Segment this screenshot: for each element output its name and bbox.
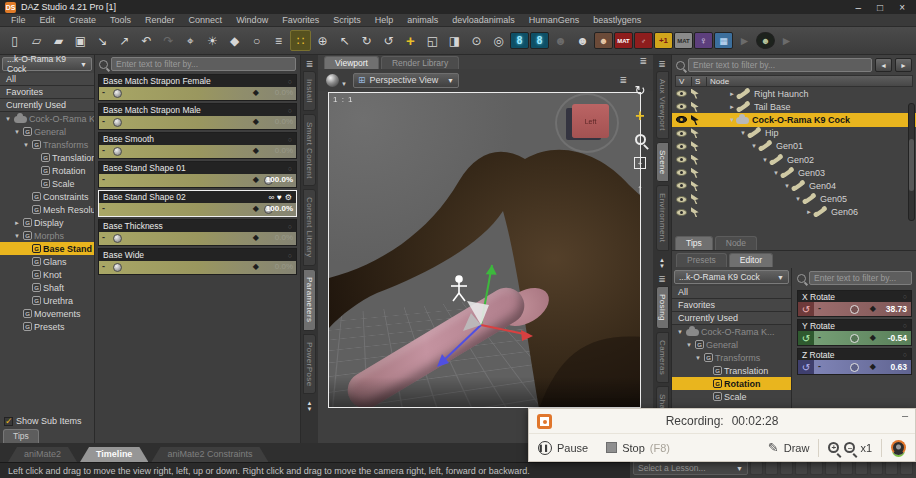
slider-handle[interactable] — [850, 363, 859, 372]
translate-manipulator[interactable] — [421, 243, 541, 373]
visibility-eye-icon[interactable] — [676, 169, 687, 176]
menu-window[interactable]: Window — [229, 15, 275, 25]
tree-item-urethra[interactable]: GUrethra — [0, 294, 94, 307]
figure-ghost-icon[interactable]: ☻ — [550, 30, 571, 51]
export-icon[interactable]: ↗ — [114, 30, 135, 51]
scene-scrollbar[interactable] — [908, 103, 915, 221]
param-slider-base-match-strapon-male[interactable]: Base Match Strapon Male○-◆0.0% — [98, 103, 297, 130]
scroll-arrows[interactable]: ▲▼ — [659, 257, 665, 269]
portrait-preset-icon[interactable]: ☻ — [594, 32, 613, 49]
param-slider-base-wide[interactable]: Base Wide○-◆0.0% — [98, 248, 297, 275]
expand-arrow-icon[interactable]: ▼ — [685, 342, 693, 348]
pane-tab-environment[interactable]: Environment — [656, 185, 669, 250]
param-slider-base-smooth[interactable]: Base Smooth○-◆0.0% — [98, 132, 297, 159]
param-slider-base-thickness[interactable]: Base Thickness○-◆0.0% — [98, 219, 297, 246]
favorite-dot-icon[interactable]: ○ — [288, 223, 292, 230]
scene-node-gen02[interactable]: ▼Gen02 — [672, 153, 916, 166]
node-selector-dropdown[interactable]: ...k-O-Rama K9 Cock ▼ — [674, 270, 789, 284]
render-monitor-1-icon[interactable]: 8 — [510, 32, 529, 49]
decrement-icon[interactable]: - — [102, 174, 105, 184]
timeline-frame-button[interactable] — [885, 461, 898, 475]
rotate-slider-x-rotate[interactable]: X Rotate○↺-◆38.73 — [797, 290, 912, 317]
more-presets-1-icon[interactable]: ► — [734, 30, 755, 51]
tab-node[interactable]: Node — [715, 236, 757, 250]
favorite-dot-icon[interactable]: ○ — [288, 107, 292, 114]
expand-arrow-icon[interactable]: ▼ — [13, 129, 21, 135]
expand-arrow-icon[interactable]: ▼ — [728, 117, 736, 123]
decrement-icon[interactable]: - — [102, 87, 105, 97]
viewport-options-icon[interactable]: ≣ — [619, 75, 627, 85]
zoom-icon[interactable] — [635, 134, 646, 145]
selectable-cursor-icon[interactable] — [691, 181, 700, 191]
zoom-in-icon[interactable]: + — [828, 442, 839, 453]
scene-node-gen06[interactable]: ►Gen06 — [672, 206, 916, 219]
male-preset-icon[interactable]: ♂ — [634, 32, 653, 49]
pane-tab-content-library[interactable]: Content Library — [303, 189, 316, 266]
close-button[interactable]: × — [899, 2, 905, 13]
stop-button[interactable]: Stop — [622, 442, 645, 454]
create-light-icon[interactable]: ☀ — [202, 30, 223, 51]
pane-tab-parameters[interactable]: Parameters — [303, 269, 316, 330]
stop-icon[interactable] — [606, 442, 617, 453]
tab-editor[interactable]: Editor — [729, 253, 773, 267]
tree-item-mesh-resolution[interactable]: GMesh Resolution — [0, 203, 94, 216]
selectable-cursor-icon[interactable] — [691, 141, 700, 151]
visibility-eye-icon[interactable] — [676, 116, 687, 123]
next-selection-button[interactable]: ► — [895, 58, 912, 72]
selectable-cursor-icon[interactable] — [691, 89, 700, 99]
favorite-dot-icon[interactable]: ○ — [903, 322, 907, 329]
pane-tab-posing[interactable]: Posing — [656, 286, 669, 329]
tree-item-display[interactable]: ►GDisplay — [0, 216, 94, 229]
pane-tab-cameras[interactable]: Cameras — [656, 332, 669, 383]
favorite-dot-icon[interactable]: ○ — [288, 136, 292, 143]
visibility-eye-icon[interactable] — [676, 103, 687, 110]
timeline-frame-button[interactable] — [900, 461, 913, 475]
visibility-eye-icon[interactable] — [676, 156, 687, 163]
slider-handle[interactable] — [113, 263, 122, 272]
tree-item-scale[interactable]: GScale — [672, 390, 791, 403]
creature-preset-icon[interactable]: ☻ — [756, 32, 775, 49]
slider-handle[interactable] — [113, 147, 122, 156]
menu-file[interactable]: File — [4, 15, 33, 25]
tree-item-knot[interactable]: GKnot — [0, 268, 94, 281]
pane-tab-smart-content[interactable]: Smart Content — [303, 114, 316, 187]
scene-node-gen03[interactable]: ▼Gen03 — [672, 166, 916, 179]
decrement-icon[interactable]: - — [818, 303, 821, 313]
expand-arrow-icon[interactable]: ▼ — [783, 183, 791, 189]
expand-arrow-icon[interactable]: ▼ — [794, 196, 802, 202]
mat-copy-red-icon[interactable]: MAT — [614, 32, 633, 49]
rotate-pointer-tool-icon[interactable]: ↻ — [356, 30, 377, 51]
scene-node-gen04[interactable]: ▼Gen04 — [672, 179, 916, 192]
pose-filter-favorites[interactable]: Favorites — [672, 299, 791, 312]
tips-tab[interactable]: Tips — [3, 429, 39, 443]
pane-options-icon[interactable]: ≣ — [639, 56, 647, 69]
draw-style-icon[interactable] — [326, 74, 339, 87]
universal-tool-icon[interactable]: ⊕ — [312, 30, 333, 51]
menu-beastlygens[interactable]: beastlygens — [586, 15, 648, 25]
visibility-eye-icon[interactable] — [676, 143, 687, 150]
slider-track[interactable]: -◆0.0% — [99, 145, 296, 158]
tree-item-general[interactable]: ▼GGeneral — [0, 125, 94, 138]
decrement-icon[interactable]: - — [102, 203, 105, 213]
favorite-dot-icon[interactable]: ○ — [903, 293, 907, 300]
expand-arrow-icon[interactable]: ▼ — [13, 233, 21, 239]
plus-one-preset-icon[interactable]: +1 — [654, 32, 673, 49]
scroll-arrows[interactable]: ▲▼ — [307, 400, 313, 412]
visibility-eye-icon[interactable] — [676, 209, 687, 216]
undo-icon[interactable]: ↶ — [136, 30, 157, 51]
node-selector-dropdown[interactable]: ...k-O-Rama K9 Cock ▼ — [2, 57, 92, 71]
zoom-out-icon[interactable]: – — [844, 442, 855, 453]
restore-button[interactable]: □ — [877, 2, 883, 13]
rotate-slider-z-rotate[interactable]: Z Rotate○↺-◆0.63 — [797, 348, 912, 375]
scale-tool-icon[interactable]: ◱ — [422, 30, 443, 51]
scene-node-gen01[interactable]: ▼Gen01 — [672, 140, 916, 153]
slider-track[interactable]: ↺-◆0.63 — [798, 360, 911, 374]
filter-currently-used[interactable]: Currently Used — [0, 99, 94, 112]
menu-humangens[interactable]: HumanGens — [522, 15, 587, 25]
visibility-eye-icon[interactable] — [676, 196, 687, 203]
tree-item-cock-o-rama-k9[interactable]: ▼Cock-O-Rama K9 — [0, 112, 94, 125]
minimize-button[interactable]: – — [856, 2, 862, 13]
tab-animate2-constraints[interactable]: aniMate2 Constraints — [151, 447, 268, 462]
pane-tab-powerpose[interactable]: PowerPose — [303, 334, 316, 395]
decrement-icon[interactable]: - — [818, 332, 821, 342]
